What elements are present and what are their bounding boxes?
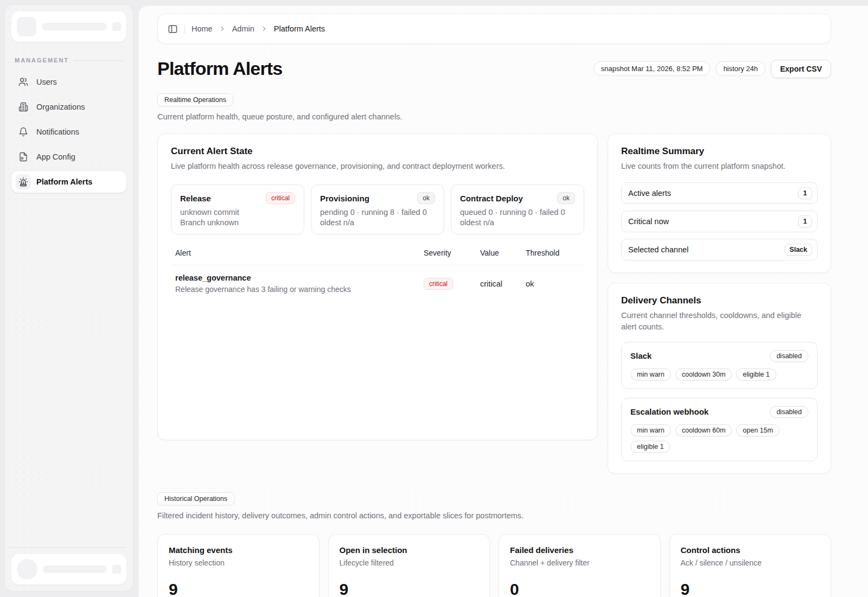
- delivery-channels-card: Delivery Channels Current channel thresh…: [608, 283, 831, 474]
- sidebar-item-users[interactable]: Users: [11, 71, 126, 93]
- channel-slack: Slack disabled min warn cooldown 30m eli…: [621, 342, 818, 389]
- historical-section: Historical Operations Filtered incident …: [157, 492, 831, 597]
- file-config-icon: [16, 149, 31, 164]
- stat-subtitle: History selection: [169, 558, 308, 567]
- main-panel: Home Admin Platform Alerts Platform Aler…: [138, 5, 868, 597]
- breadcrumb-current: Platform Alerts: [274, 24, 325, 33]
- summary-rows: Active alerts 1 Critical now 1 Selected …: [621, 182, 818, 261]
- stat-title: Control actions: [681, 545, 820, 555]
- sidebar-footer: [11, 547, 126, 585]
- channel-list: Slack disabled min warn cooldown 30m eli…: [621, 342, 818, 461]
- logo-mark-placeholder: [17, 17, 36, 36]
- summary-value-badge: Slack: [784, 244, 812, 256]
- summary-row-critical-now: Critical now 1: [621, 211, 818, 232]
- stat-subtitle: Ack / silence / unsilence: [681, 558, 820, 567]
- summary-label: Critical now: [628, 217, 669, 226]
- avatar-placeholder: [17, 559, 37, 580]
- alert-name: release_governance: [175, 274, 424, 282]
- card-subtitle: Live counts from the current platform sn…: [621, 161, 818, 172]
- channel-pill: cooldown 30m: [675, 369, 732, 380]
- worker-detail: oldest n/a: [320, 218, 435, 227]
- channel-pill: min warn: [630, 369, 671, 380]
- worker-card-provisioning: Provisioning ok pending 0 · running 8 · …: [311, 185, 444, 234]
- summary-label: Active alerts: [628, 189, 671, 198]
- status-badge: ok: [417, 192, 435, 204]
- sidebar-item-label: Notifications: [36, 128, 79, 136]
- sidebar-item-organizations[interactable]: Organizations: [11, 96, 126, 118]
- worker-name: Release: [180, 194, 211, 203]
- card-subtitle: Live platform health across release gove…: [171, 161, 584, 172]
- channel-pill: min warn: [630, 424, 671, 436]
- column-header-alert: Alert: [175, 249, 424, 257]
- severity-badge: critical: [424, 278, 453, 290]
- stat-subtitle: Channel + delivery filter: [510, 558, 649, 567]
- stat-card-open-in-selection: Open in selection Lifecycle filtered 9: [328, 534, 490, 597]
- column-header-value: Value: [480, 249, 526, 257]
- realtime-operations-badge: Realtime Operations: [157, 93, 233, 106]
- app-frame: MANAGEMENT Users Organizations Notif: [0, 0, 868, 597]
- realtime-section: Realtime Operations Current platform hea…: [157, 93, 831, 474]
- user-card-placeholder: [11, 554, 126, 585]
- channel-pill: open 15m: [736, 424, 780, 436]
- users-icon: [16, 74, 31, 90]
- breadcrumb-admin[interactable]: Admin: [232, 24, 254, 33]
- card-title: Realtime Summary: [621, 146, 818, 157]
- breadcrumb-bar: Home Admin Platform Alerts: [157, 14, 831, 44]
- sidebar: MANAGEMENT Users Organizations Notif: [4, 4, 133, 592]
- channel-pill: cooldown 60m: [675, 424, 732, 436]
- sidebar-item-label: App Config: [36, 153, 75, 161]
- card-title: Delivery Channels: [621, 295, 818, 306]
- summary-label: Selected channel: [628, 245, 688, 254]
- worker-name: Contract Deploy: [460, 194, 523, 203]
- history-chip: history 24h: [716, 61, 765, 76]
- breadcrumb-home[interactable]: Home: [192, 24, 213, 33]
- sidebar-section-label: MANAGEMENT: [15, 57, 69, 63]
- chevron-right-icon: [260, 25, 268, 33]
- export-csv-button[interactable]: Export CSV: [771, 60, 831, 78]
- summary-value-badge: 1: [798, 187, 812, 199]
- card-title: Current Alert State: [171, 146, 584, 157]
- sidebar-item-app-config[interactable]: App Config: [11, 146, 126, 168]
- worker-detail: pending 0 · running 8 · failed 0: [320, 208, 435, 217]
- stat-value: 9: [340, 580, 479, 597]
- channel-escalation-webhook: Escalation webhook disabled min warn coo…: [621, 398, 818, 461]
- worker-detail: queued 0 · running 0 · failed 0: [460, 208, 575, 217]
- column-header-severity: Severity: [424, 249, 480, 257]
- current-alert-state-card: Current Alert State Live platform health…: [157, 134, 598, 440]
- channel-pill: eligible 1: [630, 441, 670, 453]
- building-icon: [16, 99, 31, 115]
- alert-value: critical: [480, 280, 526, 288]
- chevron-right-icon: [219, 25, 226, 33]
- logo-badge-placeholder: [112, 22, 121, 31]
- historical-stats-grid: Matching events History selection 9 Open…: [157, 534, 831, 597]
- worker-card-release: Release critical unknown commit Branch u…: [171, 185, 304, 234]
- worker-status-grid: Release critical unknown commit Branch u…: [171, 185, 584, 234]
- sidebar-menu: Users Organizations Notifications App Co…: [11, 71, 126, 193]
- sidebar-item-label: Users: [36, 78, 57, 86]
- channel-name: Escalation webhook: [630, 407, 709, 416]
- stat-card-matching-events: Matching events History selection 9: [157, 534, 320, 597]
- sidebar-item-label: Platform Alerts: [36, 177, 92, 186]
- alerts-table: Alert Severity Value Threshold release_g…: [171, 249, 584, 294]
- historical-description: Filtered incident history, delivery outc…: [157, 511, 831, 520]
- logo-text-placeholder: [42, 23, 107, 30]
- sidebar-item-label: Organizations: [36, 103, 85, 111]
- channel-pills: min warn cooldown 60m open 15m eligible …: [630, 424, 808, 453]
- worker-detail: unknown commit: [180, 208, 295, 217]
- sidebar-item-notifications[interactable]: Notifications: [11, 121, 126, 143]
- stat-value: 0: [510, 580, 649, 597]
- table-header-row: Alert Severity Value Threshold: [171, 249, 584, 265]
- worker-name: Provisioning: [320, 194, 369, 203]
- column-header-threshold: Threshold: [526, 249, 580, 257]
- page-header: Platform Alerts snapshot Mar 11, 2026, 8…: [157, 58, 831, 79]
- stat-card-failed-deliveries: Failed deliveries Channel + delivery fil…: [499, 534, 661, 597]
- siren-icon: [16, 174, 31, 189]
- stat-card-control-actions: Control actions Ack / silence / unsilenc…: [669, 534, 832, 597]
- sidebar-section-divider: [73, 60, 123, 61]
- sidebar-item-platform-alerts[interactable]: Platform Alerts: [11, 171, 126, 193]
- header-actions: snapshot Mar 11, 2026, 8:52 PM history 2…: [593, 60, 831, 78]
- bell-icon: [16, 124, 31, 139]
- panel-left-icon[interactable]: [168, 24, 178, 34]
- user-menu-placeholder: [112, 565, 121, 574]
- table-row: release_governance Release governance ha…: [171, 265, 584, 294]
